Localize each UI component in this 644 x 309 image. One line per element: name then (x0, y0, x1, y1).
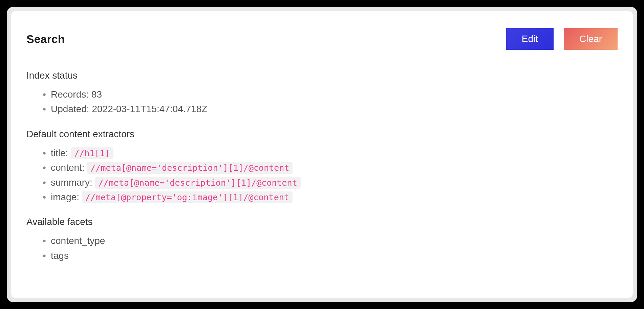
facet-item: content_type (43, 233, 618, 248)
extractor-value: //meta[@name='description'][1]/@content (87, 162, 293, 174)
outer-panel: Search Edit Clear Index status Records: … (7, 7, 637, 302)
records-value: 83 (91, 89, 102, 100)
updated-value: 2022-03-11T15:47:04.718Z (92, 104, 207, 114)
index-status-list: Records: 83 Updated: 2022-03-11T15:47:04… (26, 87, 618, 117)
extractors-section: Default content extractors title: //h1[1… (26, 129, 618, 205)
extractor-label: image: (51, 192, 79, 202)
facets-heading: Available facets (26, 217, 618, 227)
page-title: Search (26, 33, 65, 46)
extractors-list: title: //h1[1] content: //meta[@name='de… (26, 146, 618, 205)
updated-label: Updated: (51, 104, 89, 114)
extractor-value: //meta[@property='og:image'][1]/@content (82, 191, 293, 203)
facets-section: Available facets content_type tags (26, 217, 618, 263)
records-label: Records: (51, 89, 89, 100)
extractor-label: summary: (51, 177, 92, 188)
facet-item: tags (43, 248, 618, 263)
extractor-value: //h1[1] (71, 147, 113, 159)
records-item: Records: 83 (43, 87, 618, 102)
content-panel: Search Edit Clear Index status Records: … (11, 11, 633, 298)
button-group: Edit Clear (506, 28, 618, 50)
extractor-item: content: //meta[@name='description'][1]/… (43, 160, 618, 175)
extractor-label: title: (51, 148, 68, 158)
header-row: Search Edit Clear (26, 28, 618, 50)
facets-list: content_type tags (26, 233, 618, 263)
edit-button[interactable]: Edit (506, 28, 554, 50)
updated-item: Updated: 2022-03-11T15:47:04.718Z (43, 102, 618, 116)
clear-button[interactable]: Clear (564, 28, 618, 50)
index-status-section: Index status Records: 83 Updated: 2022-0… (26, 70, 618, 117)
extractor-item: summary: //meta[@name='description'][1]/… (43, 175, 618, 190)
extractors-heading: Default content extractors (26, 129, 618, 140)
extractor-value: //meta[@name='description'][1]/@content (95, 177, 301, 189)
extractor-item: title: //h1[1] (43, 146, 618, 160)
extractor-item: image: //meta[@property='og:image'][1]/@… (43, 190, 618, 204)
index-status-heading: Index status (26, 70, 618, 81)
extractor-label: content: (51, 162, 85, 173)
